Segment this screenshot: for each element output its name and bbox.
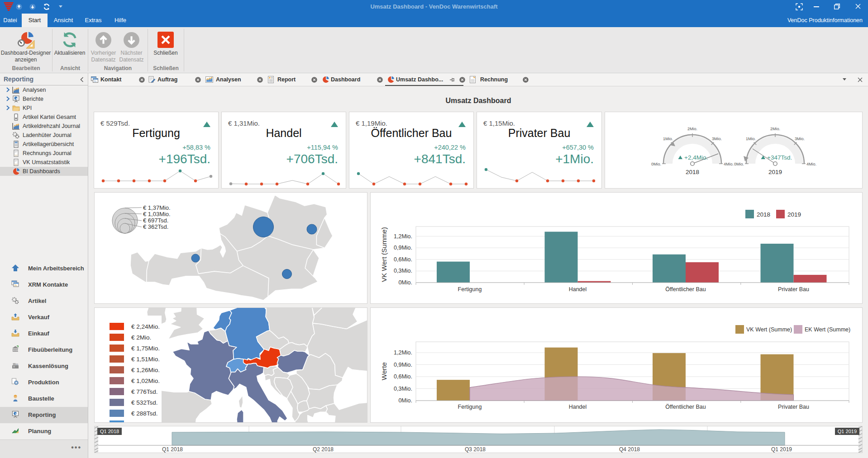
- svg-text:Privater Bau: Privater Bau: [778, 286, 809, 293]
- svg-text:€ 2Mio.: € 2Mio.: [131, 334, 151, 341]
- svg-text:0,3Mio.: 0,3Mio.: [394, 268, 412, 274]
- svg-text:1Mio.: 1Mio.: [663, 137, 673, 141]
- svg-text:2018: 2018: [757, 211, 770, 218]
- svg-text:2018: 2018: [686, 169, 699, 175]
- svg-text:Fertigung: Fertigung: [458, 404, 482, 410]
- svg-text:0Mio.: 0Mio.: [651, 162, 661, 166]
- svg-text:4Mio.: 4Mio.: [724, 162, 734, 166]
- svg-text:3Mio.: 3Mio.: [795, 137, 805, 141]
- svg-text:Q3 2018: Q3 2018: [465, 446, 486, 453]
- svg-text:€ 43,5Tsd.: € 43,5Tsd.: [131, 421, 159, 422]
- svg-text:0Mio.: 0Mio.: [398, 279, 412, 286]
- svg-text:€ 1,02Mio.: € 1,02Mio.: [131, 378, 160, 384]
- svg-text:1,2Mio.: 1,2Mio.: [394, 349, 412, 356]
- svg-text:2019: 2019: [768, 169, 782, 175]
- svg-text:0,3Mio.: 0,3Mio.: [394, 386, 412, 392]
- svg-text:Q1 2019: Q1 2019: [771, 446, 792, 453]
- svg-text:Werte: Werte: [380, 362, 388, 380]
- svg-text:€ 532Tsd.: € 532Tsd.: [131, 399, 158, 406]
- svg-text:Q1 2018: Q1 2018: [162, 446, 183, 453]
- svg-text:2019: 2019: [787, 211, 801, 218]
- svg-text:+347Tsd.: +347Tsd.: [767, 154, 792, 161]
- svg-text:€ 1,51Mio.: € 1,51Mio.: [131, 356, 160, 363]
- svg-text:Öffentlicher Bau: Öffentlicher Bau: [665, 286, 706, 293]
- svg-text:0,9Mio.: 0,9Mio.: [394, 245, 412, 251]
- svg-text:€ 362Tsd.: € 362Tsd.: [143, 223, 168, 230]
- svg-text:Öffentlicher Bau: Öffentlicher Bau: [665, 404, 706, 410]
- svg-text:€ 1,75Mio.: € 1,75Mio.: [131, 345, 160, 352]
- svg-text:+2,4Mio.: +2,4Mio.: [684, 154, 708, 161]
- svg-text:Handel: Handel: [569, 286, 587, 293]
- svg-text:VK Wert (Summe): VK Wert (Summe): [380, 227, 388, 282]
- svg-text:€ 2,24Mio.: € 2,24Mio.: [131, 323, 160, 330]
- svg-text:1,2Mio.: 1,2Mio.: [394, 233, 412, 240]
- svg-text:1Mio.: 1Mio.: [746, 137, 756, 141]
- svg-text:Handel: Handel: [569, 404, 587, 410]
- svg-text:Privater Bau: Privater Bau: [778, 404, 809, 410]
- svg-text:VK Wert (Summe): VK Wert (Summe): [746, 326, 792, 333]
- svg-text:0,6Mio.: 0,6Mio.: [394, 373, 412, 380]
- svg-text:Q4 2018: Q4 2018: [619, 446, 640, 453]
- svg-text:0,6Mio.: 0,6Mio.: [394, 256, 412, 263]
- svg-text:€ 1,37Mio.: € 1,37Mio.: [143, 204, 171, 211]
- svg-text:0,9Mio.: 0,9Mio.: [394, 362, 412, 368]
- svg-text:€ 776Tsd.: € 776Tsd.: [131, 388, 158, 395]
- svg-text:4Mio.: 4Mio.: [806, 162, 816, 166]
- svg-text:Fertigung: Fertigung: [458, 286, 482, 293]
- svg-text:3Mio.: 3Mio.: [712, 137, 722, 141]
- svg-text:0Mio.: 0Mio.: [734, 162, 744, 166]
- svg-text:2Mio.: 2Mio.: [770, 127, 780, 131]
- svg-text:€ 1,03Mio.: € 1,03Mio.: [143, 211, 171, 217]
- svg-text:€ 1,26Mio.: € 1,26Mio.: [131, 367, 160, 373]
- svg-text:2Mio.: 2Mio.: [687, 127, 697, 131]
- svg-text:Q2 2018: Q2 2018: [313, 446, 334, 453]
- svg-text:0Mio.: 0Mio.: [398, 397, 412, 404]
- svg-text:EK Wert (Summe): EK Wert (Summe): [805, 326, 850, 333]
- svg-text:€ 288Tsd.: € 288Tsd.: [131, 410, 158, 417]
- svg-text:€ 697Tsd.: € 697Tsd.: [143, 217, 168, 224]
